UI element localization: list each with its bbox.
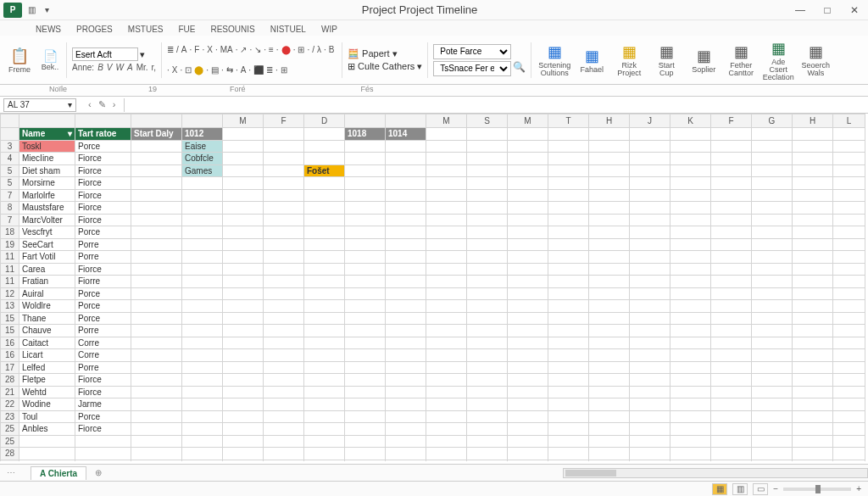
minimize-button[interactable]: — bbox=[787, 0, 814, 20]
cell[interactable] bbox=[548, 287, 589, 300]
cell[interactable] bbox=[345, 189, 386, 202]
cell[interactable] bbox=[304, 361, 345, 374]
cell[interactable] bbox=[793, 251, 833, 264]
view-layout-icon[interactable]: ▥ bbox=[732, 483, 748, 495]
cell[interactable]: Fletpe bbox=[19, 374, 75, 387]
search-button[interactable]: ▦SeoerchWals bbox=[798, 40, 833, 81]
cell[interactable] bbox=[304, 300, 345, 313]
cell[interactable] bbox=[548, 448, 589, 460]
cell[interactable] bbox=[670, 312, 711, 325]
cell[interactable] bbox=[508, 263, 548, 276]
cell[interactable] bbox=[223, 361, 264, 374]
col-header[interactable]: M bbox=[223, 114, 264, 128]
cell[interactable] bbox=[223, 325, 264, 337]
cell[interactable]: 15 bbox=[1, 312, 19, 325]
paste-icon[interactable]: 📄 bbox=[43, 49, 58, 63]
cell[interactable] bbox=[793, 423, 833, 436]
cell[interactable]: 5 bbox=[1, 164, 19, 177]
cell[interactable] bbox=[793, 153, 833, 165]
cell[interactable] bbox=[386, 164, 426, 177]
header-cell[interactable] bbox=[264, 128, 304, 141]
cell[interactable]: Lelfed bbox=[19, 361, 75, 374]
cell[interactable]: Corre bbox=[75, 337, 131, 349]
cell[interactable] bbox=[304, 423, 345, 436]
cell[interactable] bbox=[131, 435, 182, 448]
cell[interactable] bbox=[630, 153, 670, 165]
cell[interactable] bbox=[670, 189, 711, 202]
cell[interactable]: 17 bbox=[1, 361, 19, 374]
cell[interactable] bbox=[467, 226, 508, 239]
cell[interactable] bbox=[426, 238, 467, 251]
col-header[interactable]: H bbox=[793, 114, 833, 128]
cell[interactable] bbox=[508, 325, 548, 337]
cell[interactable] bbox=[386, 226, 426, 239]
cell[interactable] bbox=[711, 423, 752, 436]
cell[interactable] bbox=[508, 349, 548, 362]
cell[interactable] bbox=[426, 276, 467, 288]
cell[interactable] bbox=[264, 263, 304, 276]
cell[interactable] bbox=[182, 238, 223, 251]
cell[interactable] bbox=[670, 226, 711, 239]
cell[interactable] bbox=[223, 374, 264, 387]
cell[interactable] bbox=[467, 164, 508, 177]
cell[interactable] bbox=[752, 312, 793, 325]
screening-button[interactable]: ▦ScrteningOultions bbox=[537, 40, 572, 81]
cell[interactable] bbox=[548, 460, 589, 461]
cell[interactable] bbox=[304, 349, 345, 362]
cell[interactable] bbox=[833, 410, 865, 423]
header-cell[interactable]: Name ▾ bbox=[19, 128, 75, 141]
cell[interactable] bbox=[304, 202, 345, 215]
cell[interactable] bbox=[131, 263, 182, 276]
cell[interactable] bbox=[182, 189, 223, 202]
cell[interactable] bbox=[589, 189, 630, 202]
adecert-button[interactable]: ▦Ade CsertEeclation bbox=[760, 40, 796, 81]
cell[interactable] bbox=[345, 349, 386, 362]
cell[interactable] bbox=[264, 423, 304, 436]
cell[interactable] bbox=[711, 177, 752, 190]
cell[interactable] bbox=[833, 189, 865, 202]
cell[interactable] bbox=[426, 202, 467, 215]
col-header[interactable]: J bbox=[630, 114, 670, 128]
horizontal-scrollbar[interactable] bbox=[563, 468, 868, 478]
cell[interactable] bbox=[467, 349, 508, 362]
cell[interactable] bbox=[630, 214, 670, 226]
cell[interactable] bbox=[548, 423, 589, 436]
cell[interactable] bbox=[711, 386, 752, 398]
cell[interactable] bbox=[670, 164, 711, 177]
cell[interactable] bbox=[264, 238, 304, 251]
cell[interactable] bbox=[131, 448, 182, 460]
cell[interactable] bbox=[630, 202, 670, 215]
cell[interactable] bbox=[589, 251, 630, 264]
col-header[interactable] bbox=[75, 114, 131, 128]
cell[interactable] bbox=[131, 202, 182, 215]
cell[interactable] bbox=[508, 276, 548, 288]
cell[interactable] bbox=[223, 153, 264, 165]
cell[interactable] bbox=[548, 300, 589, 313]
cell[interactable] bbox=[304, 374, 345, 387]
cell[interactable] bbox=[426, 140, 467, 153]
cell[interactable] bbox=[589, 349, 630, 362]
cell[interactable] bbox=[711, 287, 752, 300]
cell[interactable] bbox=[131, 177, 182, 190]
zoom-slider[interactable] bbox=[783, 488, 851, 491]
startcup-button[interactable]: ▦StartCup bbox=[648, 40, 684, 81]
cell[interactable]: 19 bbox=[1, 238, 19, 251]
cell[interactable] bbox=[304, 189, 345, 202]
header-cell[interactable] bbox=[548, 128, 589, 141]
cell[interactable] bbox=[345, 202, 386, 215]
cell[interactable] bbox=[630, 361, 670, 374]
cell[interactable] bbox=[304, 263, 345, 276]
col-header[interactable] bbox=[386, 114, 426, 128]
cell[interactable] bbox=[386, 263, 426, 276]
cell[interactable] bbox=[833, 349, 865, 362]
cell[interactable] bbox=[793, 287, 833, 300]
col-header[interactable]: H bbox=[589, 114, 630, 128]
cell[interactable] bbox=[182, 263, 223, 276]
cell[interactable] bbox=[670, 214, 711, 226]
header-cell[interactable] bbox=[508, 128, 548, 141]
cell[interactable] bbox=[833, 202, 865, 215]
cell[interactable] bbox=[223, 386, 264, 398]
prev-icon[interactable]: ‹ bbox=[88, 99, 92, 110]
cell[interactable] bbox=[182, 214, 223, 226]
col-header[interactable] bbox=[1, 114, 19, 128]
